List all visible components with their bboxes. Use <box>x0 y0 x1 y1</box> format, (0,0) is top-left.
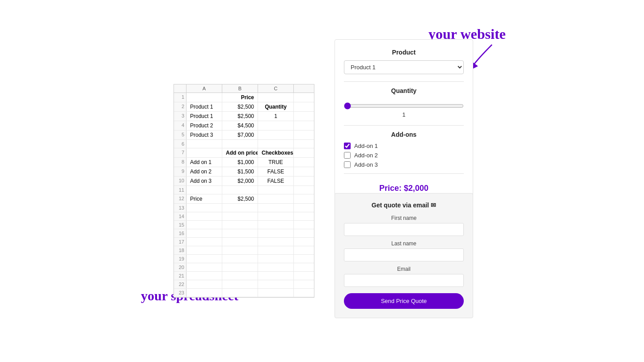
addons-label: Add-ons <box>344 131 464 138</box>
addon-2-label: Add-on 2 <box>354 152 378 159</box>
cell-a <box>186 289 222 297</box>
cell-b: $2,000 <box>222 177 258 185</box>
cell-b: $2,500 <box>222 102 258 111</box>
addon-3-checkbox[interactable] <box>344 161 351 168</box>
addon-row-1: Add-on 1 <box>344 143 464 149</box>
cell-a: Add on 3 <box>186 177 222 185</box>
row-num: 9 <box>174 167 186 176</box>
cell-c <box>258 140 294 148</box>
cell-b <box>222 212 258 220</box>
product-label: Product <box>344 49 464 56</box>
cell-b: $7,000 <box>222 130 258 139</box>
cell-c <box>258 246 294 254</box>
cell-c <box>258 229 294 237</box>
row-num: 18 <box>174 246 186 254</box>
table-row: 12Price$2,500 <box>174 194 314 204</box>
addons-section: Add-ons Add-on 1 Add-on 2 Add-on 3 <box>344 131 464 168</box>
table-row: 9Add on 2$1,500FALSE <box>174 167 314 177</box>
row-num: 14 <box>174 212 186 220</box>
send-price-quote-button[interactable]: Send Price Quote <box>344 293 464 309</box>
cell-a <box>186 204 222 212</box>
cell-c <box>258 289 294 297</box>
cell-c <box>258 121 294 130</box>
cell-c <box>258 194 294 203</box>
table-row: 16 <box>174 229 314 238</box>
cell-b <box>222 221 258 229</box>
cell-a <box>186 246 222 254</box>
row-num: 3 <box>174 112 186 121</box>
quantity-label: Quantity <box>344 87 464 94</box>
table-row: 17 <box>174 238 314 246</box>
quantity-slider[interactable] <box>344 102 464 109</box>
cell-c: 1 <box>258 112 294 121</box>
divider-3 <box>344 173 464 174</box>
table-row: 23 <box>174 289 314 297</box>
table-row: 11 <box>174 186 314 194</box>
table-row: 6 <box>174 140 314 148</box>
cell-c: Checkboxes <box>258 148 294 157</box>
row-num: 19 <box>174 255 186 263</box>
cell-a: Product 2 <box>186 121 222 130</box>
table-row: 15 <box>174 221 314 229</box>
email-input[interactable] <box>344 274 464 287</box>
table-row: 21 <box>174 272 314 280</box>
row-num: 17 <box>174 238 186 246</box>
cell-a: Add on 1 <box>186 158 222 167</box>
cell-c <box>258 272 294 280</box>
addon-1-checkbox[interactable] <box>344 143 351 149</box>
table-row: 10Add on 3$2,000FALSE <box>174 177 314 186</box>
row-num: 11 <box>174 186 186 194</box>
cell-a <box>186 263 222 271</box>
cell-c <box>258 280 294 288</box>
cell-b: $2,500 <box>222 194 258 203</box>
cell-b <box>222 238 258 246</box>
table-row: 22 <box>174 280 314 289</box>
table-row: 7Add on priceCheckboxes <box>174 148 314 158</box>
row-num: 12 <box>174 194 186 203</box>
quantity-value: 1 <box>344 111 464 118</box>
cell-a <box>186 229 222 237</box>
cell-b <box>222 280 258 288</box>
table-row: 19 <box>174 255 314 263</box>
row-num: 13 <box>174 204 186 212</box>
col-a-header: A <box>186 84 222 93</box>
product-select[interactable]: Product 1 Product 2 Product 3 <box>344 60 464 74</box>
email-section: Get quote via email ✉ First name Last na… <box>335 193 473 318</box>
divider-2 <box>344 125 464 126</box>
cell-b: $1,000 <box>222 158 258 167</box>
last-name-input[interactable] <box>344 248 464 261</box>
row-num: 5 <box>174 130 186 139</box>
cell-b <box>222 289 258 297</box>
cell-a <box>186 272 222 280</box>
cell-c <box>258 238 294 246</box>
cell-c: FALSE <box>258 167 294 176</box>
cell-a: Product 3 <box>186 130 222 139</box>
cell-a: Add on 2 <box>186 167 222 176</box>
row-num: 15 <box>174 221 186 229</box>
cell-a <box>186 280 222 288</box>
cell-b <box>222 263 258 271</box>
row-num: 16 <box>174 229 186 237</box>
row-num: 7 <box>174 148 186 157</box>
cell-a: Price <box>186 194 222 203</box>
cell-b <box>222 229 258 237</box>
table-row: 18 <box>174 246 314 255</box>
spreadsheet-rows: 1Price2Product 1$2,500Quantity3Product 1… <box>174 93 314 297</box>
product-section: Product Product 1 Product 2 Product 3 <box>344 49 464 74</box>
cell-a <box>186 212 222 220</box>
table-row: 4Product 2$4,500 <box>174 121 314 130</box>
addon-3-label: Add-on 3 <box>354 161 378 168</box>
table-row: 14 <box>174 212 314 221</box>
cell-c <box>258 255 294 263</box>
cell-c <box>258 130 294 139</box>
row-num: 8 <box>174 158 186 167</box>
addon-2-checkbox[interactable] <box>344 152 351 159</box>
table-row: 13 <box>174 204 314 212</box>
first-name-input[interactable] <box>344 223 464 236</box>
row-num: 20 <box>174 263 186 271</box>
cell-b <box>222 272 258 280</box>
table-row: 1Price <box>174 93 314 102</box>
cell-c: TRUE <box>258 158 294 167</box>
cell-a <box>186 186 222 194</box>
cell-b <box>222 186 258 194</box>
